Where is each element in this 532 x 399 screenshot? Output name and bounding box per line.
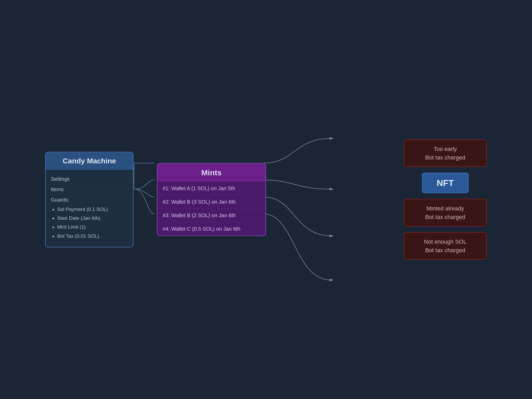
candy-machine-box: Candy Machine Settings Items Guards: Sol…	[45, 152, 134, 247]
cm-guards: Guards: Sol Payment (0.1 SOL) Start Date…	[51, 195, 128, 243]
svg-marker-4	[330, 279, 334, 281]
cm-settings: Settings	[51, 174, 128, 184]
svg-marker-2	[330, 188, 334, 190]
candy-machine-header: Candy Machine	[46, 152, 133, 170]
mints-title: Mints	[201, 168, 222, 177]
cm-guard-item: Bot Tax (0.01 SOL)	[57, 232, 128, 241]
mints-header: Mints	[157, 164, 265, 182]
outcomes-column: Too earlyBot tax charged NFT Minted alre…	[404, 139, 487, 260]
mint-item-1: #1: Wallet A (1 SOL) on Jan 5th	[157, 182, 265, 195]
error-box-not-enough-sol: Not enough SOLBot tax charged	[404, 232, 487, 260]
cm-guard-item: Sol Payment (0.1 SOL)	[57, 205, 128, 214]
svg-marker-3	[330, 235, 334, 237]
candy-machine-title: Candy Machine	[63, 157, 116, 165]
svg-marker-1	[330, 137, 334, 140]
candy-machine-body: Settings Items Guards: Sol Payment (0.1 …	[46, 170, 133, 247]
cm-guard-list: Sol Payment (0.1 SOL) Start Date (Jan 6t…	[51, 205, 128, 241]
cm-guard-item: Start Date (Jan 6th)	[57, 214, 128, 223]
mints-box: Mints #1: Wallet A (1 SOL) on Jan 5th #2…	[157, 163, 266, 236]
error-text-not-enough-sol: Not enough SOLBot tax charged	[424, 238, 467, 254]
error-text-too-early: Too earlyBot tax charged	[425, 146, 465, 161]
nft-box: NFT	[422, 173, 469, 193]
nft-row: NFT	[404, 173, 487, 193]
error-box-too-early: Too earlyBot tax charged	[404, 139, 487, 167]
diagram-container: Candy Machine Settings Items Guards: Sol…	[45, 83, 487, 316]
nft-label: NFT	[437, 178, 454, 188]
error-text-minted-already: Minted alreadyBot tax charged	[425, 205, 465, 220]
error-box-minted-already: Minted alreadyBot tax charged	[404, 199, 487, 227]
cm-guard-item: Mint Limit (1)	[57, 223, 128, 232]
cm-items: Items	[51, 184, 128, 195]
mint-item-3: #3: Wallet B (2 SOL) on Jan 6th	[157, 209, 265, 222]
mint-item-2: #2: Wallet B (3 SOL) on Jan 6th	[157, 195, 265, 209]
cm-guards-label: Guards:	[51, 197, 128, 203]
mint-item-4: #4: Wallet C (0.5 SOL) on Jan 6th	[157, 222, 265, 236]
mints-body: #1: Wallet A (1 SOL) on Jan 5th #2: Wall…	[157, 182, 265, 236]
